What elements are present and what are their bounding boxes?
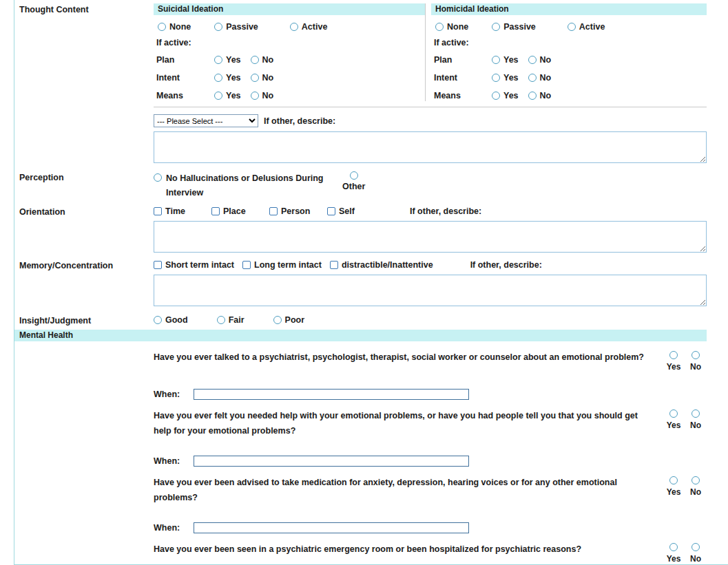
homicidal-means-no-radio[interactable] xyxy=(528,92,537,100)
perception-label: Perception xyxy=(19,171,154,182)
thought-content-label: Thought Content xyxy=(19,3,154,14)
suicidal-none-label: None xyxy=(169,22,191,32)
homicidal-none-radio[interactable] xyxy=(435,23,444,31)
suicidal-severity-options: None Passive Active xyxy=(154,22,425,32)
mh-question-row: Have you ever felt you needed help with … xyxy=(19,408,707,438)
yes-label: Yes xyxy=(226,55,241,65)
perception-other-radio[interactable] xyxy=(350,171,358,180)
mh-q3-yes-radio[interactable] xyxy=(669,476,678,484)
orientation-row: Orientation Time Place Person Self If ot… xyxy=(19,206,707,253)
mh-q2-yes-radio[interactable] xyxy=(669,409,678,418)
no-label: No xyxy=(262,91,274,100)
mh-when-row: When: xyxy=(19,513,707,533)
no-label: No xyxy=(690,362,701,372)
homicidal-intent-no-radio[interactable] xyxy=(528,74,537,82)
short-term-intact-label: Short term intact xyxy=(165,260,234,270)
orientation-self-checkbox[interactable] xyxy=(327,207,335,215)
suicidal-means-yes-radio[interactable] xyxy=(214,92,222,100)
if-other-label: If other, describe: xyxy=(470,260,542,270)
homicidal-means-yes-radio[interactable] xyxy=(492,92,500,100)
mh-question-text: Have you ever talked to a psychiatrist, … xyxy=(154,350,663,365)
homicidal-means-label: Means xyxy=(434,91,492,100)
suicidal-active-radio[interactable] xyxy=(290,23,298,31)
orientation-time-checkbox[interactable] xyxy=(154,207,162,215)
homicidal-none-label: None xyxy=(447,22,468,32)
no-label: No xyxy=(262,73,274,83)
mh-q3-when-input[interactable] xyxy=(194,522,469,533)
mh-q2-no-radio[interactable] xyxy=(691,409,700,418)
memory-describe-textarea[interactable] xyxy=(154,275,707,306)
mh-q4-no-radio[interactable] xyxy=(691,543,700,551)
orientation-person-checkbox[interactable] xyxy=(269,207,278,215)
suicidal-means-row: Means Yes No xyxy=(154,90,425,101)
when-label: When: xyxy=(154,523,194,533)
when-label: When: xyxy=(154,390,194,399)
long-term-intact-checkbox[interactable] xyxy=(242,261,251,269)
thought-content-body: Suicidal Ideation None Passive Active If… xyxy=(154,3,707,163)
insight-fair-radio[interactable] xyxy=(217,316,225,324)
distractible-checkbox[interactable] xyxy=(330,261,338,269)
homicidal-active-radio[interactable] xyxy=(568,23,576,31)
mh-q1-yes-radio[interactable] xyxy=(669,351,678,359)
homicidal-if-active-label: If active: xyxy=(431,38,707,47)
suicidal-passive-radio[interactable] xyxy=(214,23,222,31)
no-label: No xyxy=(690,554,701,564)
thought-content-other-row: --- Please Select --- If other, describe… xyxy=(154,114,707,127)
suicidal-none-radio[interactable] xyxy=(158,23,166,31)
homicidal-means-row: Means Yes No xyxy=(431,90,707,101)
no-label: No xyxy=(690,487,701,497)
if-other-label: If other, describe: xyxy=(264,116,335,126)
suicidal-intent-row: Intent Yes No xyxy=(154,72,425,83)
mh-q1-no-radio[interactable] xyxy=(691,351,700,359)
mental-status-exam-form: Thought Content Suicidal Ideation None P… xyxy=(14,0,728,565)
ideation-panels: Suicidal Ideation None Passive Active If… xyxy=(154,3,707,107)
mh-when-row: When: xyxy=(19,447,707,467)
distractible-label: distractible/Inattentive xyxy=(342,260,433,270)
yes-label: Yes xyxy=(226,91,241,100)
suicidal-ideation-header: Suicidal Ideation xyxy=(154,3,425,15)
mh-question-text: Have you ever felt you needed help with … xyxy=(154,408,663,438)
thought-content-select[interactable]: --- Please Select --- xyxy=(154,114,258,127)
homicidal-passive-label: Passive xyxy=(503,22,536,32)
suicidal-plan-yes-radio[interactable] xyxy=(214,56,222,64)
suicidal-means-no-radio[interactable] xyxy=(251,92,259,100)
mh-q1-when-input[interactable] xyxy=(194,389,469,400)
mh-q4-yes-radio[interactable] xyxy=(669,543,678,551)
mh-yes-no-block: Yes No xyxy=(663,475,707,497)
homicidal-plan-no-radio[interactable] xyxy=(528,56,537,64)
insight-good-radio[interactable] xyxy=(154,316,162,324)
insight-options: Good Fair Poor xyxy=(154,315,707,326)
suicidal-intent-yes-radio[interactable] xyxy=(214,74,222,82)
mh-q2-when-input[interactable] xyxy=(194,456,469,467)
no-label: No xyxy=(540,73,552,83)
no-label: No xyxy=(540,55,552,65)
yes-label: Yes xyxy=(503,91,519,100)
memory-row: Memory/Concentration Short term intact L… xyxy=(19,259,707,306)
suicidal-plan-label: Plan xyxy=(156,55,214,65)
homicidal-ideation-panel: Homicidal Ideation None Passive Active I… xyxy=(431,3,707,101)
mental-health-header: Mental Health xyxy=(14,330,707,341)
insight-good-label: Good xyxy=(165,315,188,325)
short-term-intact-checkbox[interactable] xyxy=(154,261,162,269)
homicidal-passive-radio[interactable] xyxy=(492,23,500,31)
mh-q3-no-radio[interactable] xyxy=(691,476,700,484)
orientation-time-label: Time xyxy=(165,206,185,216)
orientation-place-checkbox[interactable] xyxy=(211,207,220,215)
memory-options: Short term intact Long term intact distr… xyxy=(154,259,707,270)
thought-content-describe-textarea[interactable] xyxy=(154,131,707,163)
when-label: When: xyxy=(154,456,194,466)
homicidal-intent-row: Intent Yes No xyxy=(431,72,707,83)
yes-label: Yes xyxy=(667,362,681,372)
homicidal-plan-yes-radio[interactable] xyxy=(492,56,500,64)
no-label: No xyxy=(540,91,552,100)
suicidal-intent-no-radio[interactable] xyxy=(251,74,259,82)
insight-fair-label: Fair xyxy=(229,315,245,325)
orientation-label: Orientation xyxy=(19,206,154,217)
memory-label: Memory/Concentration xyxy=(19,259,154,270)
homicidal-active-label: Active xyxy=(579,22,605,32)
homicidal-intent-yes-radio[interactable] xyxy=(492,74,500,82)
orientation-describe-textarea[interactable] xyxy=(154,221,707,253)
no-hallucinations-radio[interactable] xyxy=(154,173,162,182)
suicidal-plan-no-radio[interactable] xyxy=(251,56,259,64)
insight-poor-radio[interactable] xyxy=(273,316,282,324)
